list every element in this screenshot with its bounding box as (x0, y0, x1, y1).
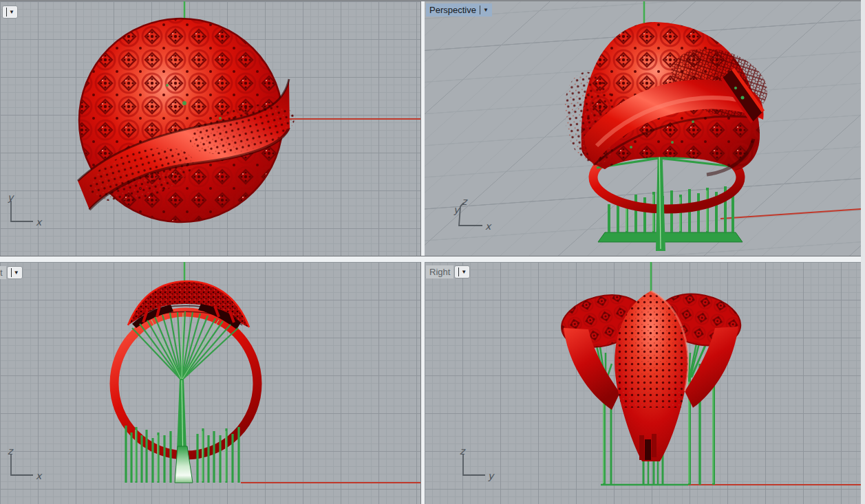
cad-four-view-workspace: ▼ y x (0, 0, 865, 504)
stem-gap (645, 439, 651, 460)
menu-separator (6, 8, 7, 17)
viewport-title-text: t (0, 266, 6, 279)
chevron-down-icon: ▼ (14, 270, 19, 276)
x-axis-line (720, 209, 861, 219)
support-structure[interactable] (126, 311, 239, 483)
viewport-front[interactable]: t ▼ z x (0, 262, 420, 504)
model-ring-right-view[interactable] (556, 287, 745, 461)
stem-prong-left (639, 435, 644, 460)
viewport-divider-horizontal[interactable] (0, 256, 865, 262)
menu-separator (480, 6, 480, 14)
viewport-title-top[interactable]: ▼ (1, 6, 18, 19)
chevron-down-icon: ▼ (461, 270, 467, 275)
viewport-title-front[interactable]: t ▼ (0, 266, 23, 279)
top-edge-strip (0, 0, 865, 1)
right-view-scene (425, 262, 861, 504)
stem-prong-right (652, 434, 656, 457)
chevron-down-icon[interactable]: ▼ (483, 8, 489, 13)
viewport-title-right[interactable]: Right ▼ (426, 265, 470, 278)
menu-separator (11, 268, 12, 277)
front-view-scene (0, 262, 420, 504)
perspective-scene (425, 1, 861, 256)
right-edge-strip (861, 0, 865, 504)
menu-separator (458, 267, 459, 276)
chevron-down-icon: ▼ (9, 10, 14, 15)
viewport-menu-button[interactable]: ▼ (454, 265, 470, 278)
top-view-scene (0, 1, 420, 256)
viewport-top[interactable]: ▼ y x (0, 1, 420, 256)
viewport-title-text: Perspective (429, 5, 476, 15)
viewport-menu-button[interactable]: ▼ (2, 6, 18, 19)
viewport-title-perspective[interactable]: Perspective ▼ (426, 3, 492, 17)
support-base-plate (598, 232, 743, 242)
viewport-menu-button[interactable]: ▼ (7, 266, 23, 279)
viewport-title-text: Right (426, 265, 453, 278)
model-sphere-top-view[interactable] (78, 19, 299, 222)
viewport-divider-vertical[interactable] (420, 0, 425, 504)
viewport-right[interactable]: Right ▼ z y (425, 262, 861, 504)
support-fan (132, 311, 238, 380)
viewport-perspective[interactable]: Perspective ▼ z y x (425, 1, 861, 256)
